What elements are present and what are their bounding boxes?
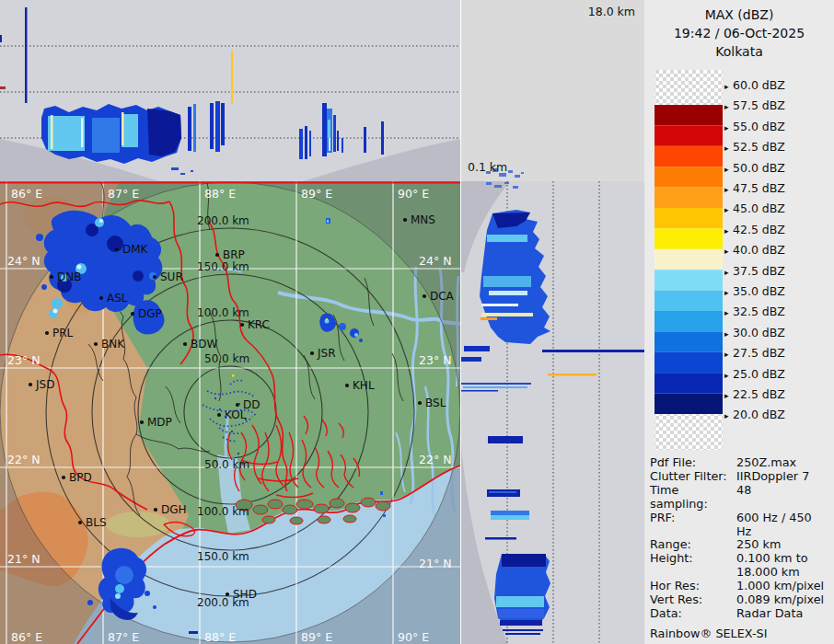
city-dot xyxy=(29,383,32,386)
ring-label: 100.0 km xyxy=(197,505,249,518)
metadata-label: Hor Res: xyxy=(650,580,736,593)
legend-panel: MAX (dBZ) 19:42 / 06-Oct-2025 Kolkata ▸▸… xyxy=(644,0,834,644)
metadata-row: 18.000 km xyxy=(650,566,830,580)
axis-annotation-corner: 18.0 km 0.1 km xyxy=(460,0,645,181)
city-dot xyxy=(240,323,244,327)
city-dot xyxy=(423,294,426,298)
city-dot xyxy=(154,508,157,512)
top-projection-graphic xyxy=(0,0,460,181)
latitude-label: 22° N xyxy=(419,453,451,466)
latitude-label: 24° N xyxy=(419,254,451,268)
metadata-value: 250Z.max xyxy=(736,456,830,470)
scale-transparent-top xyxy=(654,70,723,105)
city-dot xyxy=(45,331,49,335)
longitude-label: 88° E xyxy=(204,187,236,201)
latitude-label: 23° N xyxy=(419,353,451,367)
city-label: DNB xyxy=(57,270,81,283)
tick-arrow-icon: ▸ xyxy=(724,102,729,111)
metadata-row: Clutter Filter: IIRDoppler 7 xyxy=(650,470,830,484)
city-dot xyxy=(226,592,229,596)
city-dot xyxy=(62,476,65,479)
metadata-value: 0.089 km/pixel xyxy=(736,593,830,607)
city-dot xyxy=(153,275,156,279)
metadata-label: PRF: xyxy=(650,512,736,539)
city-label: MDP xyxy=(147,416,172,429)
city-dot xyxy=(115,247,119,251)
metadata-value: IIRDoppler 7 xyxy=(736,470,830,484)
scale-band xyxy=(654,373,723,393)
latitude-label: 23° N xyxy=(7,353,40,367)
city-label: BSL xyxy=(425,397,446,409)
metadata-label: Clutter Filter: xyxy=(650,470,736,484)
tick-arrow-icon: ▸ xyxy=(724,123,729,132)
longitude-label: 87° E xyxy=(108,187,139,201)
city-dot xyxy=(140,420,144,424)
metadata-row: Vert Res: 0.089 km/pixel xyxy=(650,593,830,607)
dbz-label: 25.0 dBZ xyxy=(733,367,785,381)
city-label: SUR xyxy=(160,270,183,283)
metadata-row: Pdf File: 250Z.max xyxy=(650,456,830,470)
city-label: KRC xyxy=(248,318,270,331)
dbz-label: 20.0 dBZ xyxy=(733,408,785,421)
scale-band xyxy=(654,167,723,187)
scale-band xyxy=(654,146,723,167)
scale-band xyxy=(654,352,723,373)
city-dot xyxy=(78,521,82,524)
top-projection-panel xyxy=(0,0,460,181)
metadata-value: 0.100 km to xyxy=(736,552,830,566)
metadata-row: Range: 250 km xyxy=(650,538,830,552)
longitude-label: 86° E xyxy=(11,187,42,201)
city-dot xyxy=(131,312,134,316)
tick-arrow-icon: ▸ xyxy=(724,205,729,214)
latitude-label: 22° N xyxy=(7,453,40,466)
ring-label: 150.0 km xyxy=(197,550,249,563)
metadata-row: Hor Res: 1.000 km/pixel xyxy=(650,580,830,593)
dbz-label: 35.0 dBZ xyxy=(733,284,785,298)
metadata-row: PRF: 600 Hz / 450 Hz xyxy=(650,512,830,539)
city-label: JSD xyxy=(35,378,54,391)
ring-label: 50.0 km xyxy=(204,352,249,365)
metadata-label: Time sampling: xyxy=(650,484,736,512)
metadata-label xyxy=(650,566,736,580)
scale-band xyxy=(654,394,723,414)
city-label: BNK xyxy=(101,338,125,351)
metadata-label: Pdf File: xyxy=(650,456,736,470)
tick-arrow-icon: ▸ xyxy=(724,391,729,400)
longitude-label: 87° E xyxy=(108,630,139,644)
metadata-value: 18.000 km xyxy=(736,566,830,580)
ring-label: 150.0 km xyxy=(197,260,249,273)
dbz-label: 52.5 dBZ xyxy=(733,140,785,154)
city-dot xyxy=(94,342,98,346)
tick-arrow-icon: ▸ xyxy=(724,247,729,256)
city-dot xyxy=(99,296,103,300)
scale-band xyxy=(654,311,723,331)
product-metadata: Pdf File: 250Z.max Clutter Filter: IIRDo… xyxy=(650,456,830,640)
city-label: ASL xyxy=(107,292,128,305)
longitude-label: 90° E xyxy=(398,187,429,201)
latitude-label: 24° N xyxy=(7,254,40,268)
dbz-label: 57.5 dBZ xyxy=(733,98,785,112)
metadata-row: Data: Radar Data xyxy=(650,607,830,621)
city-dot xyxy=(403,218,407,222)
dbz-label: 47.5 dBZ xyxy=(733,181,785,195)
city-dot xyxy=(345,384,349,387)
tick-arrow-icon: ▸ xyxy=(724,371,729,380)
city-label: KOL xyxy=(225,408,247,421)
scale-band xyxy=(654,188,723,208)
metadata-value: 1.000 km/pixel xyxy=(736,580,830,593)
max-height-label: 18.0 km xyxy=(588,5,635,18)
city-label: DGH xyxy=(161,503,187,516)
city-label: JSR xyxy=(317,347,336,360)
metadata-value: 250 km xyxy=(736,538,830,552)
scale-band xyxy=(654,208,723,228)
min-height-label: 0.1 km xyxy=(468,160,507,174)
city-dot xyxy=(418,401,422,405)
ring-label: 100.0 km xyxy=(197,306,249,319)
dbz-label: 60.0 dBZ xyxy=(733,78,785,92)
dbz-label: 32.5 dBZ xyxy=(733,305,785,318)
tick-arrow-icon: ▸ xyxy=(724,268,729,277)
dbz-label: 27.5 dBZ xyxy=(733,346,785,360)
city-label: BRP xyxy=(223,248,245,261)
longitude-label: 89° E xyxy=(301,630,332,644)
side-projection-echoes xyxy=(461,182,645,635)
